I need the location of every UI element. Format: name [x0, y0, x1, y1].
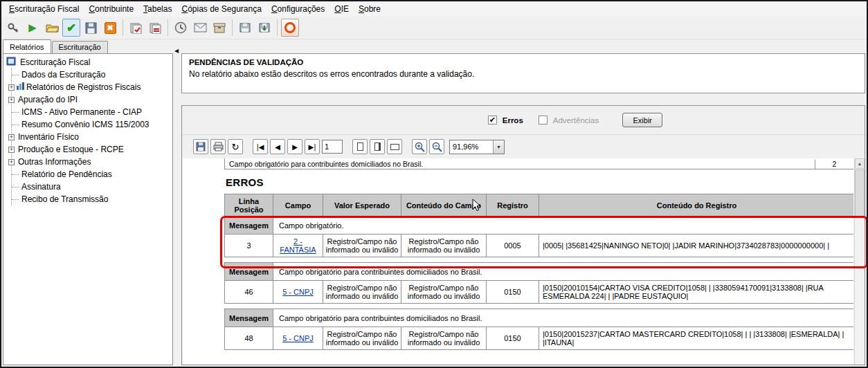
import-disk-icon[interactable] [255, 19, 273, 37]
tree-item-assinatura[interactable]: Assinatura [12, 181, 171, 193]
tree-item-apuracao-do-ipi[interactable]: + Apuração do IPI [12, 93, 171, 106]
previous-page-icon[interactable]: ◀ [270, 139, 285, 154]
navigation-tree: Escrituração Fiscal Dados da Escrituraçã… [3, 53, 173, 365]
collapse-panel-icon[interactable]: ◀ [174, 48, 179, 54]
sidebar-tabs: Relatórios Escrituração [1, 39, 174, 53]
main-toolbar: ▶ ✔ ✖ [1, 17, 867, 39]
open-folder-icon[interactable] [43, 19, 61, 37]
tree-connector [12, 112, 19, 113]
cell-conteudo-registro: |0005| |35681425|NANINGO NETO|0| |JADIR … [539, 234, 854, 257]
menu-sobre[interactable]: Sobre [354, 2, 386, 16]
full-page-view-icon[interactable] [387, 139, 402, 154]
mensagem-text: Campo obrigatório para contribuintes dom… [273, 263, 854, 281]
tab-escrituracao[interactable]: Escrituração [52, 41, 108, 53]
cell-campo: 2 - FANTASIA [273, 234, 323, 257]
scrollbar-thumb[interactable] [855, 169, 865, 218]
filter-row: ✔ Erros Advertências Exibir [182, 106, 865, 135]
report-refresh-icon[interactable]: ↻ [228, 139, 243, 154]
campo-link[interactable]: 5 - CNPJ [282, 334, 314, 342]
register-book-icon[interactable] [127, 19, 145, 37]
table-header-row: Linha Posição Campo Valor Esperado Conte… [225, 194, 854, 217]
expand-plus-icon[interactable]: + [8, 134, 15, 140]
first-page-icon[interactable]: |◀ [253, 139, 268, 154]
erros-heading: ERROS [226, 176, 853, 188]
mensagem-row: Mensagem Campo obrigatório para contribu… [225, 309, 854, 327]
two-page-view-icon[interactable] [370, 139, 385, 154]
tree-item-resumo-convenio-icms[interactable]: Resumo Convênio ICMS 115/2003 [12, 118, 171, 131]
report-save-icon[interactable] [193, 139, 208, 154]
tree-item-dados-da-escrituracao[interactable]: Dados da Escrituração [12, 68, 171, 81]
document-vertical-scrollbar[interactable]: ▲ [854, 158, 865, 365]
tree-connector [12, 187, 19, 187]
cell-linha: 3 [225, 234, 273, 257]
tree-connector [12, 174, 19, 175]
report-document: Campo obrigatório para contribuintes dom… [183, 158, 853, 365]
mail-icon[interactable] [191, 19, 209, 37]
cancel-icon[interactable]: ✖ [101, 19, 119, 37]
expand-plus-icon[interactable]: + [8, 159, 15, 165]
tree-item-outras-informacoes[interactable]: + Outras Informações [12, 156, 171, 168]
save-icon[interactable] [82, 19, 100, 37]
tree-item-producao-e-estoque-rcpe[interactable]: + Produção e Estoque - RCPE [12, 143, 171, 156]
scroll-up-icon[interactable]: ▲ [855, 158, 865, 169]
col-campo: Campo [273, 194, 323, 217]
zoom-out-icon[interactable] [429, 139, 444, 154]
tree-item-inventario-fisico[interactable]: + Inventário Físico [12, 131, 171, 143]
validation-title: PENDÊNCIAS DE VALIDAÇÃO [189, 58, 858, 66]
export-disk-icon[interactable] [236, 19, 254, 37]
advertencias-checkbox[interactable] [539, 116, 548, 125]
menu-escrituracao-fiscal[interactable]: Escrituração Fiscal [4, 2, 84, 16]
key-icon[interactable] [4, 19, 22, 37]
exibir-button[interactable]: Exibir [622, 113, 662, 127]
single-page-view-icon[interactable] [352, 139, 368, 154]
menu-copias-seguranca[interactable]: Cópias de Segurança [177, 2, 266, 16]
cell-campo: 5 - CNPJ [273, 281, 323, 304]
cell-conteudo-campo: Registro/Campo não informado ou inválido [401, 234, 487, 257]
tree-item-recibo-de-transmissao[interactable]: Recibo de Transmissão [12, 193, 171, 205]
tree-root-escrituracao-fiscal[interactable]: Escrituração Fiscal [5, 56, 171, 68]
campo-link[interactable]: 5 - CNPJ [282, 288, 314, 296]
campo-link[interactable]: 2 - FANTASIA [280, 237, 316, 254]
clock-icon[interactable] [172, 19, 190, 37]
next-page-icon[interactable]: ▶ [287, 139, 302, 154]
menu-tabelas[interactable]: Tabelas [138, 2, 177, 16]
menu-oie[interactable]: OIE [329, 2, 354, 16]
application-window: Escrituração Fiscal Contribuinte Tabelas… [0, 0, 868, 368]
tree-connector [12, 75, 19, 75]
cell-conteudo-registro: |0150|20015237|CARTAO MASTERCARD CREDITO… [539, 327, 854, 350]
tree-item-relatorio-de-pendencias[interactable]: Relatório de Pendências [12, 168, 171, 181]
page-number-input[interactable] [322, 140, 343, 154]
expand-plus-icon[interactable]: + [8, 147, 15, 153]
menu-bar: Escrituração Fiscal Contribuinte Tabelas… [1, 1, 867, 17]
toolbar-separator [168, 19, 168, 36]
report-print-icon[interactable] [210, 139, 226, 154]
menu-configuracoes[interactable]: Configurações [266, 2, 329, 16]
expand-plus-icon[interactable]: + [8, 97, 15, 103]
zoom-level-value: 91,96% [450, 142, 493, 151]
tree-item-relatorios-de-registros-fiscais[interactable]: + Relatórios de Registros Fiscais [12, 81, 171, 93]
validation-description: No relatório abaixo estão descritos os e… [189, 69, 858, 79]
tree-item-icms-ativo-permanente-ciap[interactable]: ICMS - Ativo Permanente - CIAP [12, 106, 171, 118]
clipped-previous-row: Campo obrigatório para contribuintes dom… [224, 158, 853, 169]
mensagem-row: Mensagem Campo obrigatório. [225, 217, 854, 234]
cell-campo: 5 - CNPJ [273, 327, 323, 350]
col-conteudo-do-registro: Conteúdo do Registro [539, 194, 854, 217]
power-icon[interactable] [281, 19, 299, 37]
tree-connector [12, 125, 19, 125]
col-linha-posicao: Linha Posição [225, 194, 273, 217]
expand-plus-icon[interactable]: + [8, 84, 15, 91]
tab-relatorios[interactable]: Relatórios [3, 39, 51, 53]
panel-splitter[interactable]: ◀ [174, 39, 180, 367]
erros-checkbox[interactable]: ✔ [488, 116, 497, 125]
chevron-down-icon[interactable]: ▼ [493, 140, 504, 154]
menu-contribuinte[interactable]: Contribuinte [84, 2, 138, 16]
cell-linha: 48 [225, 327, 273, 350]
last-page-icon[interactable]: ▶| [305, 139, 320, 154]
forward-arrow-icon[interactable]: ▶ [24, 19, 42, 37]
zoom-level-combo[interactable]: 91,96% ▼ [449, 140, 505, 154]
validate-check-icon[interactable]: ✔ [62, 19, 80, 37]
zoom-in-icon[interactable] [412, 139, 427, 154]
register-book-check-icon[interactable] [146, 19, 164, 37]
package-icon[interactable] [210, 19, 228, 37]
tree-connector [12, 199, 19, 200]
